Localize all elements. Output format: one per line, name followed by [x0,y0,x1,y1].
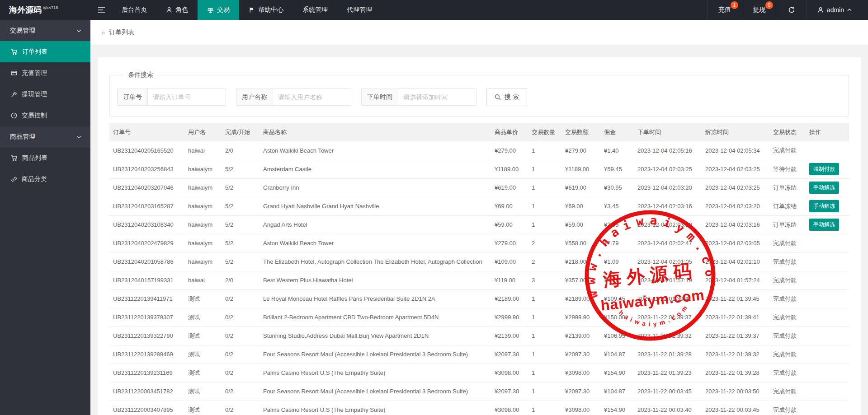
cell-progress: 5/2 [222,160,259,178]
order-no-input[interactable] [148,89,226,105]
user-name: admin [827,6,844,14]
refresh-button[interactable] [777,0,806,20]
cell-quantity: 2 [528,252,561,271]
cell-status: 完成付款 [769,382,806,401]
table-row: UB2312040205165520haiwai2/0Aston Waikiki… [109,141,849,160]
order-no-label: 订单号 [118,89,148,105]
chevron-down-icon [76,29,81,33]
withdraw-label: 提现 [753,6,766,14]
cell-commission: ¥104.87 [600,382,634,401]
sidebar-group-product-management[interactable]: 商品管理 [0,126,90,147]
manual-unfreeze-button[interactable]: 手动解冻 [809,219,839,231]
cell-progress: 5/2 [222,178,259,197]
cell-commission: ¥106.95 [600,326,634,345]
manual-unfreeze-button[interactable]: 手动解冻 [809,182,839,194]
cell-status: 完成付款 [769,326,806,345]
nav-label: 系统管理 [302,6,328,14]
sidebar-item-withdraw-management[interactable]: 提现管理 [0,84,90,105]
user-menu[interactable]: admin [806,0,863,20]
column-header: 订单号 [109,123,184,141]
withdraw-button[interactable]: 提现0 [742,0,777,20]
cell-amount: ¥59.00 [561,215,600,234]
search-button[interactable]: 搜 索 [486,88,527,106]
sidebar-item-label: 充值管理 [22,69,47,77]
username-input[interactable] [273,89,351,105]
sidebar-group-trade-management[interactable]: 交易管理 [0,20,90,41]
cell-quantity: 1 [528,289,561,308]
column-header: 交易状态 [769,123,806,141]
cell-unfreeze-time: 2023-12-04 01:57:24 [702,271,769,289]
cell-unit-price: ¥2097.30 [491,382,528,401]
cell-commission: ¥1.09 [600,252,634,271]
table-row: UB2312040203256843haiwaiym5/2Amsterdam C… [109,160,849,178]
app-title: 海外源码 [9,5,42,15]
breadcrumb: » 订单列表 [90,20,868,45]
cell-commission: ¥59.45 [600,160,634,178]
nav-home[interactable]: 后台首页 [112,0,156,20]
person-icon [166,7,172,13]
table-row: UB2312040201058786haiwaiym5/2The Elizabe… [109,252,849,271]
cell-amount: ¥69.00 [561,197,600,215]
cell-status: 等待付款 [769,160,806,178]
withdraw-badge: 0 [765,1,773,9]
sidebar-item-label: 提现管理 [22,90,47,98]
cell-quantity: 1 [528,178,561,197]
cell-order-id: UB2312040203256843 [109,160,184,178]
cell-product-name: Angad Arts Hotel [259,215,491,234]
content-area: 条件搜索 订单号用户名称下单时间搜 索 订单号用户名完成/开始商品名称商品单价交… [90,45,868,415]
cell-order-id: UB2312040201058786 [109,252,184,271]
cell-progress: 0/2 [222,382,259,401]
table-row: UB2312040203165287haiwaiym5/2Grand Hyatt… [109,197,849,215]
table-row: UB2311220139322790测试0/2Stunning Studio,A… [109,326,849,345]
order-time-input[interactable] [398,89,476,105]
cell-commission: ¥109.45 [600,289,634,308]
cell-status: 完成付款 [769,364,806,382]
cell-quantity: 1 [528,326,561,345]
recharge-button[interactable]: 充值1 [707,0,742,20]
cell-progress: 5/2 [222,197,259,215]
cell-order-time: 2023-11-22 01:39:37 [634,308,702,326]
cell-order-id: UB2312040202479829 [109,234,184,252]
cell-amount: ¥357.00 [561,271,600,289]
topbar: 海外源码 @cv718 后台首页角色交易帮助中心系统管理代理管理 充值1提现0a… [0,0,868,20]
cell-order-time: 2023-12-04 02:05:16 [634,141,702,160]
nav-help-center[interactable]: 帮助中心 [239,0,293,20]
manual-unfreeze-button[interactable]: 手动解冻 [809,200,839,212]
order-table: 订单号用户名完成/开始商品名称商品单价交易数量交易数额佣金下单时间解冻时间交易状… [109,123,849,415]
sidebar-item-trade-control[interactable]: 交易控制 [0,105,90,126]
cell-product-name: The Elizabeth Hotel, Autograph Collectio… [259,252,491,271]
nav-system[interactable]: 系统管理 [293,0,337,20]
nav-label: 代理管理 [347,6,372,14]
cell-unfreeze-time: 2023-12-04 02:01:10 [702,252,769,271]
table-header-row: 订单号用户名完成/开始商品名称商品单价交易数量交易数额佣金下单时间解冻时间交易状… [109,123,849,141]
nav-agent[interactable]: 代理管理 [337,0,382,20]
cell-unit-price: ¥109.00 [491,252,528,271]
sidebar-item-label: 交易控制 [22,112,47,120]
sidebar-item-recharge-management[interactable]: 充值管理 [0,62,90,84]
app-version: @cv718 [43,5,58,10]
column-header: 操作 [806,123,849,141]
menu-toggle-icon[interactable] [90,0,112,20]
cell-product-name: Cranberry Inn [259,178,491,197]
cell-quantity: 1 [528,345,561,364]
cart-icon [11,49,18,55]
cell-username: haiwaiym [184,234,222,252]
sidebar-item-order-list[interactable]: 订单列表 [0,41,90,62]
nav-roles[interactable]: 角色 [156,0,198,20]
nav-trade[interactable]: 交易 [198,0,239,20]
cell-username: 测试 [184,401,222,415]
cell-actions [806,326,849,345]
force-pay-button[interactable]: 强制付款 [809,163,839,175]
person-icon [817,7,824,13]
sidebar-item-product-list[interactable]: 商品列表 [0,147,90,168]
cell-unit-price: ¥619.00 [491,178,528,197]
cell-order-time: 2023-12-04 02:01:05 [634,252,702,271]
sidebar-item-product-category[interactable]: 商品分类 [0,168,90,190]
cell-username: haiwaiym [184,160,222,178]
cell-progress: 0/2 [222,289,259,308]
cell-order-id: UB2312040203165287 [109,197,184,215]
app-logo[interactable]: 海外源码 @cv718 [0,0,90,20]
cell-progress: 0/2 [222,401,259,415]
cell-order-id: UB2311220139411971 [109,289,184,308]
cell-order-time: 2023-11-22 01:39:23 [634,364,702,382]
